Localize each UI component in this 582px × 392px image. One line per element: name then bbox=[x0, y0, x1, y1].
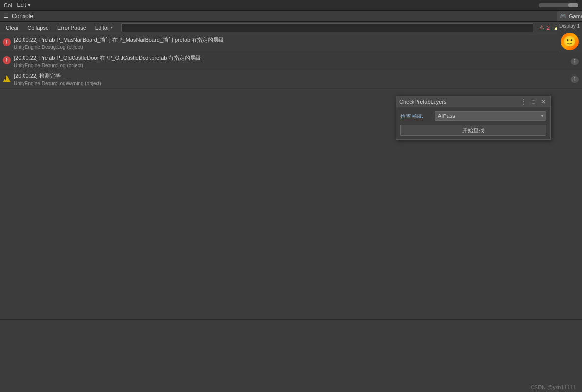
csdn-credit: CSDN @ysn11111 bbox=[531, 384, 576, 390]
edit-menu-item[interactable]: Edit ▾ bbox=[17, 2, 31, 8]
scroll-track[interactable] bbox=[539, 3, 578, 7]
log-content: [20:00:22] Prefab P_MasNailBoard_挡门 在 P_… bbox=[14, 34, 567, 52]
error-icon: ! bbox=[3, 56, 11, 64]
top-bar-scroll bbox=[539, 3, 578, 7]
avatar: 🙂 bbox=[561, 33, 579, 50]
console-tab-icon: ☰ bbox=[2, 12, 10, 20]
console-search-input[interactable] bbox=[121, 23, 534, 32]
console-log-area[interactable]: ! [20:00:22] Prefab P_MasNailBoard_挡门 在 … bbox=[0, 34, 582, 319]
log-icon-col: ! bbox=[0, 52, 14, 70]
window-titlebar: CheckPrefabLayers ⋮ □ ✕ bbox=[396, 96, 550, 107]
log-main-text: [20:00:22] 检测完毕 bbox=[14, 72, 528, 80]
console-toolbar: Clear Collapse Error Pause Editor ▾ ⚠ 2 … bbox=[0, 22, 582, 34]
start-search-button[interactable]: 开始查找 bbox=[400, 125, 546, 136]
window-title: CheckPrefabLayers bbox=[399, 99, 520, 105]
error-icon: ! bbox=[3, 38, 11, 46]
log-entry[interactable]: ! [20:00:22] Prefab P_MasNailBoard_挡门 在 … bbox=[0, 34, 582, 52]
scroll-thumb[interactable] bbox=[568, 3, 578, 7]
console-panel: ☰ Console ⋮ Clear Collapse Error Pause E… bbox=[0, 11, 582, 319]
log-content: [20:00:22] Prefab P_OldCastleDoor 在 \P_O… bbox=[14, 52, 567, 70]
top-bar: Col Edit ▾ bbox=[0, 0, 582, 11]
edit-label: Edit ▾ bbox=[17, 2, 31, 8]
log-count-col: 1 bbox=[567, 70, 582, 88]
log-main-text: [20:00:22] Prefab P_OldCastleDoor 在 \P_O… bbox=[14, 54, 528, 62]
clear-button[interactable]: Clear bbox=[2, 23, 23, 33]
error-icon: ⚠ bbox=[538, 24, 545, 31]
check-prefab-window: CheckPrefabLayers ⋮ □ ✕ 检查层级: AIPass Def… bbox=[396, 96, 551, 140]
col-menu-item[interactable]: Col bbox=[4, 2, 12, 8]
log-icon-col-warn bbox=[0, 70, 14, 88]
game-icon: 🎮 bbox=[560, 13, 567, 19]
window-controls: ⋮ □ ✕ bbox=[520, 98, 547, 106]
error-count: 2 bbox=[547, 25, 550, 31]
log-count-badge: 1 bbox=[571, 58, 579, 65]
layer-select[interactable]: AIPass Default TransparentFX Ignore Rayc… bbox=[435, 111, 546, 121]
log-count-badge: 1 bbox=[571, 76, 579, 83]
collapse-button[interactable]: Collapse bbox=[24, 23, 52, 33]
window-body: 检查层级: AIPass Default TransparentFX Ignor… bbox=[396, 107, 550, 139]
error-badge[interactable]: ⚠ 2 bbox=[538, 24, 550, 31]
console-tab-label: Console bbox=[12, 13, 33, 20]
log-icon-col: ! bbox=[0, 34, 14, 52]
log-entry[interactable]: ! [20:00:22] Prefab P_OldCastleDoor 在 \P… bbox=[0, 52, 582, 70]
log-content: [20:00:22] 检测完毕 UnityEngine.Debug:LogWar… bbox=[14, 70, 567, 88]
error-pause-button[interactable]: Error Pause bbox=[53, 23, 90, 33]
bottom-area: CSDN @ysn11111 bbox=[0, 319, 582, 392]
editor-chevron: ▾ bbox=[111, 25, 113, 30]
form-row: 检查层级: AIPass Default TransparentFX Ignor… bbox=[400, 111, 546, 121]
game-tab[interactable]: 🎮 Game bbox=[557, 11, 582, 22]
avatar-emoji: 🙂 bbox=[563, 35, 576, 48]
log-sub-text: UnityEngine.Debug:Log (object) bbox=[14, 63, 565, 68]
log-sub-text: UnityEngine.Debug:Log (object) bbox=[14, 45, 565, 50]
warn-icon bbox=[3, 75, 11, 82]
log-main-text: [20:00:22] Prefab P_MasNailBoard_挡门 在 P_… bbox=[14, 36, 528, 44]
editor-button[interactable]: Editor ▾ bbox=[91, 23, 117, 33]
game-display-text: Display 1 bbox=[557, 22, 582, 31]
window-more-button[interactable]: ⋮ bbox=[520, 98, 528, 106]
window-maximize-button[interactable]: □ bbox=[530, 98, 537, 106]
editor-label: Editor bbox=[95, 25, 109, 31]
window-close-button[interactable]: ✕ bbox=[539, 98, 547, 106]
log-sub-text: UnityEngine.Debug:LogWarning (object) bbox=[14, 81, 565, 86]
log-count-col: 1 bbox=[567, 52, 582, 70]
form-select-wrapper: AIPass Default TransparentFX Ignore Rayc… bbox=[435, 111, 546, 121]
log-entry[interactable]: [20:00:22] 检测完毕 UnityEngine.Debug:LogWar… bbox=[0, 70, 582, 89]
game-view-panel: 🎮 Game Display 1 🙂 bbox=[557, 11, 582, 52]
console-tabbar: ☰ Console ⋮ bbox=[0, 11, 582, 22]
game-tab-label: Game bbox=[569, 13, 582, 19]
form-label: 检查层级: bbox=[400, 113, 435, 120]
col-label: Col bbox=[4, 2, 12, 8]
